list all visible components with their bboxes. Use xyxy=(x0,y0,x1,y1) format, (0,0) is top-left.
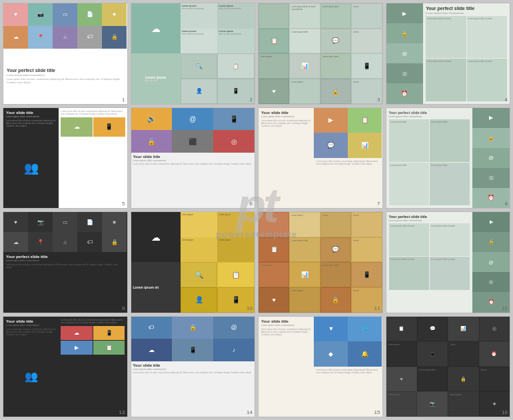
vi-cell-3: @ xyxy=(386,43,424,63)
slide-grid: ♥ 📷 ▭ 📄 ★ ☁ 📍 ⌂ 🏷 🔒 Your perfect slide t… xyxy=(0,0,513,420)
s9-ic1: ♥ xyxy=(3,212,28,232)
slide-14[interactable]: 🏷 🔒 @ ☁ 📱 ♪ Your slide title Lorem ipsum… xyxy=(131,316,256,418)
s8-q4: Lorem ipsum dolor xyxy=(430,163,470,205)
s11-c6: Lorem xyxy=(351,237,382,263)
cloud-icon: ☁ xyxy=(151,23,161,34)
s4-quad-2: Lorem ipsum dolor sit amet xyxy=(467,16,507,58)
s16-c14: 📷 xyxy=(417,391,448,417)
slide-11[interactable]: Lorem ipsum Lorem Lorem 📋 Lorem ipsum do… xyxy=(258,211,383,313)
s16-c11: 🔒 xyxy=(448,367,478,392)
s6-subtitle: Lorem ipsum dolor consectetuer xyxy=(133,159,253,162)
s5-left: Your slide title Lorem ipsum dolor conse… xyxy=(3,108,59,209)
s4-content: Your perfect slide title Lorem ipsum dol… xyxy=(423,3,510,104)
s9-ic8: ⌂ xyxy=(53,232,77,252)
s14-body: Lorem ipsum dolor sit amet, consectetuer… xyxy=(133,371,253,374)
slide-num-12: 12 xyxy=(502,305,508,311)
slide-9[interactable]: ♥ 📷 ▭ 📄 ★ ☁ 📍 ⌂ 🏷 🔒 Your perfect slide t… xyxy=(3,211,128,313)
s8-ic2: 🔒 xyxy=(472,128,510,148)
s6-icon-grid: 🔊 @ 📱 🔒 ⬛ ◎ xyxy=(131,108,255,153)
s5-bottom-icons: ☁ 📱 xyxy=(61,117,125,137)
slide-num-15: 15 xyxy=(374,409,380,415)
slide-7[interactable]: Your slide title Lorem ipsum dolor conse… xyxy=(258,107,383,209)
s15-subtitle: Lorem ipsum dolor consectetuer xyxy=(261,324,311,327)
s16-c10: Lorem ipsum dolor xyxy=(417,367,448,392)
s16-c8: ⏰ xyxy=(479,341,510,367)
slide-3[interactable]: Lorem ipsum dolor sit amet consectetuer … xyxy=(258,3,383,105)
grid-cell-9: Lorem ipsum xyxy=(289,79,320,104)
s6-ic6: ◎ xyxy=(213,130,255,153)
slide-16[interactable]: 📋 💬 📊 ◎ Lorem ipsum 📱 Lorem ⏰ ♥ Lorem ip… xyxy=(386,316,511,418)
s13-right-body: Lorem ipsum dolor sit amet, consectetuer… xyxy=(61,319,125,324)
slide-num-3: 3 xyxy=(377,97,380,103)
grid-icon-2: 💬 xyxy=(320,29,351,54)
camera-icon: 📷 xyxy=(37,11,44,17)
s11-c2: Lorem ipsum xyxy=(289,212,320,237)
s16-c6: 📱 xyxy=(417,341,448,367)
s7-title: Your slide title xyxy=(261,111,311,115)
s9-ic3: ▭ xyxy=(53,212,77,232)
s8-left: Your perfect slide title Lorem ipsum dol… xyxy=(386,108,473,209)
tag-icon: 🏷 xyxy=(87,34,93,40)
s8-ic1: ▶ xyxy=(472,108,510,128)
slide-12[interactable]: Your perfect slide title Lorem ipsum dol… xyxy=(386,211,511,313)
s10-tg2: Lorem ipsum xyxy=(217,212,255,237)
s10-ig3: 👤 xyxy=(181,287,218,313)
s4-quad-4: Lorem ipsum dolor sit amet xyxy=(467,59,507,101)
s10-text-grid: Lorem ipsum Lorem ipsum Lorem ipsum Lore… xyxy=(181,212,255,262)
text-cell-1: Lorem ipsumdolor sit amet consectetuer xyxy=(181,3,218,29)
s16-c3: 📊 xyxy=(448,317,478,342)
s13-subtitle: Lorem ipsum dolor consectetuer xyxy=(6,324,56,327)
s8-q2: Lorem ipsum dolor xyxy=(430,119,470,162)
slide-num-14: 14 xyxy=(247,409,253,415)
s9-ic10: 🔒 xyxy=(102,232,127,252)
s15-title: Your slide title xyxy=(261,319,311,323)
s5-right: Lorem ipsum dolor sit amet, consectetuer… xyxy=(59,108,127,209)
s6-title: Your slide title xyxy=(133,155,253,159)
slide-6[interactable]: 🔊 @ 📱 🔒 ⬛ ◎ Your slide title Lorem ipsum… xyxy=(131,107,256,209)
slide-13[interactable]: Your slide title Lorem ipsum dolor conse… xyxy=(3,316,128,418)
s6-ic1: 🔊 xyxy=(131,108,173,131)
slide-8[interactable]: Your perfect slide title Lorem ipsum dol… xyxy=(386,107,511,209)
s13-ic2: 📱 xyxy=(93,326,125,340)
s10-icon-grid: 🔍 📋 👤 📱 xyxy=(181,262,255,312)
icon-sq-3: 👤 xyxy=(181,79,218,104)
s5-icon-1: ☁ xyxy=(61,117,93,137)
s7-ic2: 📋 xyxy=(348,108,382,133)
s4-quad-3: Lorem ipsum dolor sit amet xyxy=(426,59,466,101)
slide-1-title: Your perfect slide title xyxy=(7,68,124,73)
s16-c13: Lorem ipsum xyxy=(386,391,417,417)
s7-right-text: Lorem ipsum dolor sit amet, consectetuer… xyxy=(314,158,382,208)
s4-title: Your perfect slide title xyxy=(426,6,507,11)
s11-ic1: 📋 xyxy=(258,237,289,263)
text-cell-4: Lorem ipsumdolor sit amet consectetuer xyxy=(217,29,255,54)
slide-1[interactable]: ♥ 📷 ▭ 📄 ★ ☁ 📍 ⌂ 🏷 🔒 Your perfect slide t… xyxy=(3,3,128,105)
s12-ic2: 🔒 xyxy=(472,232,510,252)
s4-subtitle: Lorem ipsum dolor consectetuer xyxy=(426,11,507,15)
grid-icon-4: 📱 xyxy=(351,53,382,79)
slide-15[interactable]: Your slide title Lorem ipsum dolor conse… xyxy=(258,316,383,418)
s16-c9: ♥ xyxy=(386,367,417,392)
grid-cell-3: Lorem ipsum dolor xyxy=(320,3,351,29)
slide-5[interactable]: Your slide title Lorem ipsum dolor conse… xyxy=(3,107,128,209)
s9-body: Lorem ipsum dolor sit amet, consectetuer… xyxy=(6,263,125,269)
icon-sq-2: 📋 xyxy=(217,53,255,79)
slide-1-subtitle: Lorem ipsum dolor consectetuer xyxy=(7,73,124,77)
grid-icon-1: 📋 xyxy=(258,29,289,54)
slide-2[interactable]: ☁ Lorem ipsumdolor sit amet consectetuer… xyxy=(131,3,256,105)
s9-ic4: 📄 xyxy=(77,212,102,232)
s12-ic4: ◎ xyxy=(472,272,510,292)
slide-1-body: Lorem ipsum dolor sit amet, consectetuer… xyxy=(7,78,124,85)
slide-10[interactable]: ☁ Lorem ipsum Lorem ipsum Lorem ipsum Lo… xyxy=(131,211,256,313)
slide-4[interactable]: ▶ 🔒 @ ◎ ⏰ Your perfect slide title Lorem… xyxy=(386,3,511,105)
s10-ig1: 🔍 xyxy=(181,262,218,287)
s11-c4: Lorem xyxy=(351,212,382,237)
s16-c4: ◎ xyxy=(479,317,510,342)
s5-body: Lorem ipsum dolor sit amet, consectetuer… xyxy=(6,119,56,128)
s8-icons: ▶ 🔒 @ ◎ ⏰ xyxy=(472,108,510,209)
s9-icon-grid: ♥ 📷 ▭ 📄 ★ ☁ 📍 ⌂ 🏷 🔒 xyxy=(3,212,127,252)
s16-c5: Lorem ipsum xyxy=(386,341,417,367)
s16-c12: Lorem xyxy=(479,367,510,392)
grid-cell-1 xyxy=(258,3,289,29)
s9-ic9: 🏷 xyxy=(77,232,102,252)
grid-icon-6: 🔒 xyxy=(320,79,351,104)
